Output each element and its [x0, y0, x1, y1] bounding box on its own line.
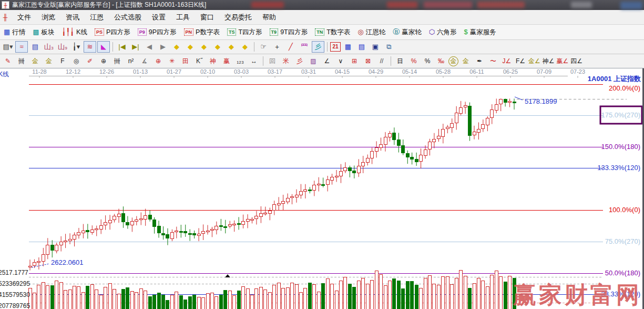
mountain-3-icon[interactable]: 山₃: [43, 41, 55, 53]
quotes-button[interactable]: ▦行情: [0, 26, 29, 38]
menu-item-帮助[interactable]: 帮助: [257, 13, 281, 22]
peaks-color-icon[interactable]: ◣: [97, 41, 110, 53]
title-bar[interactable]: ╫ 赢家江恩专业版[赢家内部服务平台] - [上证指数 SH1A0001-163…: [0, 0, 644, 10]
tally2-icon[interactable]: 卌: [111, 55, 124, 67]
diamond-right-icon[interactable]: ◆: [184, 41, 197, 53]
scale-list-icon[interactable]: 目: [394, 55, 406, 67]
t-square-button[interactable]: TST四方形: [223, 26, 266, 38]
ink-brush-icon[interactable]: ✒: [473, 55, 486, 67]
zigzag-red-icon[interactable]: ≋: [84, 41, 96, 53]
color-wave-icon[interactable]: 彡: [312, 41, 324, 53]
winner-service-button[interactable]: $赢家服务: [461, 26, 500, 38]
gold-angle-icon[interactable]: 金∠: [528, 55, 541, 67]
menu-item-江恩[interactable]: 江恩: [85, 13, 109, 22]
window-controls-blur[interactable]: [620, 2, 642, 9]
winner-wheel-button[interactable]: Ⓑ赢家轮: [389, 26, 425, 38]
shen-angle-icon[interactable]: 神∠: [542, 55, 555, 67]
parallel-lines-icon[interactable]: //: [375, 55, 388, 67]
gold-wave-icon[interactable]: 〜: [487, 55, 499, 67]
gold-lines-icon[interactable]: 金: [459, 55, 472, 67]
shen-tool-icon[interactable]: 神: [207, 55, 219, 67]
angle-a-icon[interactable]: ∡: [138, 55, 151, 67]
view-dropdown[interactable]: ▤▾: [2, 41, 14, 53]
diamond-cross-icon[interactable]: ◆: [211, 41, 224, 53]
menu-item-工具[interactable]: 工具: [171, 13, 195, 22]
gold-tally-icon[interactable]: 金: [29, 55, 42, 67]
info-doc-icon[interactable]: ▤: [29, 41, 42, 53]
red-pencil-icon[interactable]: ✐: [84, 55, 96, 67]
v-lines-icon[interactable]: ∨: [334, 55, 347, 67]
calendar-icon[interactable]: 21: [330, 42, 341, 52]
f-angle-icon[interactable]: F∠: [514, 55, 527, 67]
ray-burst-icon[interactable]: 米: [280, 55, 292, 67]
p-table-button[interactable]: PNP数字表: [180, 26, 223, 38]
grid-plus-icon[interactable]: ⊞: [348, 55, 361, 67]
trendline-tool-icon[interactable]: ╱: [284, 41, 297, 53]
crosshair-tool-icon[interactable]: ＋: [271, 41, 283, 53]
candle-style-dropdown[interactable]: ╽▾: [70, 41, 83, 53]
pencil-tool-icon[interactable]: ✎: [2, 55, 14, 67]
spiral-icon[interactable]: ◎: [70, 55, 83, 67]
kline-chart-canvas[interactable]: 11-2812-1212-2601-1301-2702-1003-0303-17…: [0, 68, 644, 309]
ying-angle-icon[interactable]: 赢∠: [556, 55, 569, 67]
hexagon-button[interactable]: ⬡六角形: [425, 26, 461, 38]
toolbar-separator: [254, 42, 254, 52]
diamond-star-icon[interactable]: ◆: [225, 41, 238, 53]
k-marks-icon[interactable]: K˝: [193, 55, 206, 67]
t-table-button[interactable]: TNT数字表: [311, 26, 354, 38]
svg-text:03-31: 03-31: [301, 68, 316, 75]
menu-item-文件[interactable]: 文件: [12, 13, 36, 22]
save-icon[interactable]: ▣: [369, 41, 382, 53]
hand-tool-icon[interactable]: ☞: [257, 41, 270, 53]
sectors-button[interactable]: ▩板块: [29, 26, 58, 38]
mountain-9-icon[interactable]: 山₉: [56, 41, 69, 53]
n-square-icon[interactable]: n²: [125, 55, 137, 67]
kline-button[interactable]: ╽╿╽K线: [58, 26, 91, 38]
gann-wheel-button[interactable]: ◎江恩轮: [354, 26, 389, 38]
diamond-left-icon[interactable]: ◆: [170, 41, 183, 53]
p-square-button[interactable]: PSP四方形: [91, 26, 134, 38]
t-table-button-icon: TN: [315, 28, 324, 36]
red-grid-icon[interactable]: 田: [179, 55, 192, 67]
step-back-icon[interactable]: ◀: [143, 41, 156, 53]
goto-last-icon[interactable]: ▶|: [129, 41, 142, 53]
shaded-fan-icon[interactable]: ▨: [307, 55, 320, 67]
9p-square-button[interactable]: P99P四方形: [134, 26, 180, 38]
star-burst-icon[interactable]: ✳: [166, 55, 178, 67]
menu-item-资讯[interactable]: 资讯: [60, 13, 85, 22]
angle-lines-icon[interactable]: ∠: [321, 55, 333, 67]
ray-fan-icon[interactable]: 彡: [293, 55, 306, 67]
9t-square-button[interactable]: T99T四方形: [266, 26, 312, 38]
percent-icon[interactable]: %: [421, 55, 434, 67]
step-forward-icon[interactable]: ▶: [157, 41, 169, 53]
gold-circle-icon[interactable]: 金: [448, 56, 458, 66]
circle-scale-icon[interactable]: ⊕: [97, 55, 110, 67]
target-icon[interactable]: ⊕: [152, 55, 165, 67]
si-angle-icon[interactable]: 四∠: [570, 55, 583, 67]
permille-icon[interactable]: ‰: [435, 55, 447, 67]
menu-item-交易委托[interactable]: 交易委托: [219, 13, 257, 22]
menu-item-窗口[interactable]: 窗口: [195, 13, 219, 22]
remote-pc-icon[interactable]: ⧉: [383, 41, 395, 53]
notepad-icon[interactable]: ▤: [355, 41, 368, 53]
calculator-icon[interactable]: ▦: [342, 41, 354, 53]
frame-handles-icon[interactable]: 回: [266, 55, 279, 67]
diamond-h-icon[interactable]: ◆: [198, 41, 210, 53]
gold-tally2-icon[interactable]: 金: [43, 55, 55, 67]
menu-item-浏览[interactable]: 浏览: [36, 13, 60, 22]
grid-x-icon[interactable]: ⊠: [362, 55, 374, 67]
percent-angle-icon[interactable]: %: [407, 55, 420, 67]
tally-grid-icon[interactable]: 卌: [15, 55, 28, 67]
h-range-icon[interactable]: ↔: [248, 55, 260, 67]
ying-tool-icon[interactable]: 赢: [220, 55, 233, 67]
goto-first-icon[interactable]: |◀: [116, 41, 128, 53]
ruler-123-icon[interactable]: ₁₂₃: [234, 55, 247, 67]
gann-box-tool-icon[interactable]: 罒: [298, 41, 311, 53]
zigzag-frame-icon[interactable]: ≈: [15, 41, 28, 53]
blurred-decal: [251, 2, 284, 8]
f-tally-icon[interactable]: F: [56, 55, 69, 67]
diamond-all-icon[interactable]: ◆: [239, 41, 251, 53]
menu-item-公式选股[interactable]: 公式选股: [109, 13, 147, 22]
j-angle-icon[interactable]: J∠: [500, 55, 513, 67]
menu-item-设置[interactable]: 设置: [147, 13, 171, 22]
